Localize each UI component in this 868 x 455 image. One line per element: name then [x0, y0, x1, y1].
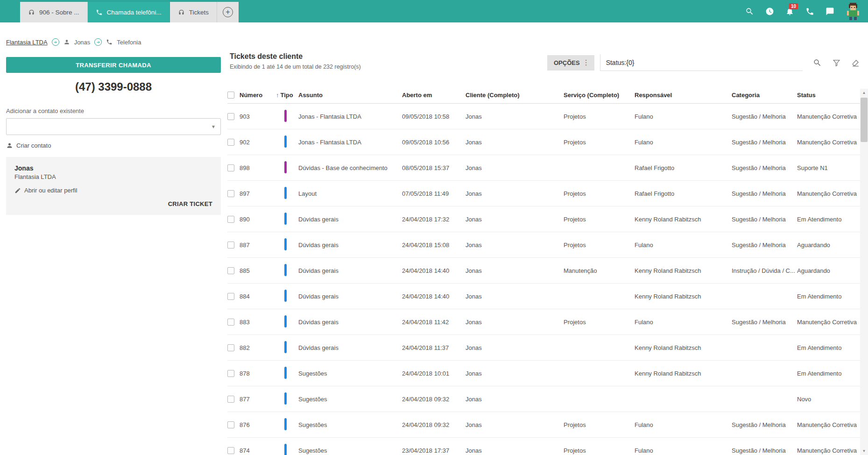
edit-profile-link[interactable]: Abrir ou editar perfil	[14, 187, 212, 194]
pencil-icon	[14, 187, 21, 194]
table-row[interactable]: 898 Dúvidas - Base de conhecimento 08/05…	[227, 155, 860, 181]
new-tab-button[interactable]: +	[217, 2, 239, 22]
table-row[interactable]: 897 Layout 07/05/2018 11:49 Jonas Projet…	[227, 181, 860, 206]
row-checkbox[interactable]	[227, 421, 234, 428]
scrollbar-thumb[interactable]	[861, 98, 868, 142]
filter-input-value: Status:{0}	[606, 59, 635, 66]
ticket-subject: Sugestões	[298, 396, 402, 403]
ticket-number: 883	[240, 319, 276, 326]
topbar: 906 - Sobre ... Chamada telefôni... Tick…	[0, 0, 868, 22]
table-row[interactable]: 902 Jonas - Flantasia LTDA 09/05/2018 10…	[227, 129, 860, 155]
row-checkbox[interactable]	[227, 447, 234, 454]
person-icon	[64, 39, 70, 45]
ticket-number: 903	[240, 113, 276, 120]
topbar-actions: 10	[745, 0, 868, 22]
table-row[interactable]: 890 Dúvidas gerais 24/04/2018 17:32 Jona…	[227, 206, 860, 232]
ticket-status: Manutenção Corretiva	[797, 421, 860, 428]
header-tab[interactable]: Chamada telefôni...	[88, 2, 170, 22]
ticket-status: Em Atendimento	[797, 370, 860, 377]
history-icon[interactable]	[765, 7, 774, 16]
user-avatar[interactable]	[846, 2, 861, 20]
row-checkbox[interactable]	[227, 242, 234, 249]
row-checkbox[interactable]	[227, 370, 234, 377]
table-row[interactable]: 876 Sugestões 24/04/2018 09:32 Jonas Pro…	[227, 412, 860, 438]
column-header-servi-o-completo-[interactable]: Serviço (Completo)	[564, 92, 635, 99]
column-label: Assunto	[298, 92, 323, 99]
ticket-subject: Dúvidas gerais	[298, 293, 402, 300]
ticket-client: Jonas	[466, 164, 564, 171]
ticket-type-bar	[284, 367, 287, 379]
ticket-opened-at: 24/04/2018 11:37	[402, 344, 466, 351]
header-tab[interactable]: 906 - Sobre ...	[20, 2, 88, 22]
options-button[interactable]: OPÇÕES ⋮	[547, 55, 594, 71]
ticket-number: 885	[240, 267, 276, 274]
column-header-assunto[interactable]: Assunto	[298, 92, 402, 99]
contact-select[interactable]: ▾	[6, 118, 221, 135]
row-checkbox[interactable]	[227, 267, 234, 274]
create-ticket-button[interactable]: CRIAR TICKET	[14, 200, 212, 207]
table-row[interactable]: 903 Jonas - Flantasia LTDA 09/05/2018 10…	[227, 104, 860, 129]
row-checkbox[interactable]	[227, 293, 234, 300]
table-row[interactable]: 883 Dúvidas gerais 24/04/2018 11:42 Jona…	[227, 309, 860, 335]
select-all-checkbox[interactable]	[227, 92, 234, 99]
create-contact-link[interactable]: Criar contato	[6, 142, 221, 149]
ticket-status: Manutenção Corretiva	[797, 447, 860, 454]
column-header-categoria[interactable]: Categoria	[732, 92, 797, 99]
table-row[interactable]: 877 Sugestões 24/04/2018 09:32 Jonas Nov…	[227, 386, 860, 412]
ticket-status: Em Atendimento	[797, 216, 860, 223]
clear-filter-icon[interactable]	[851, 58, 860, 67]
row-checkbox[interactable]	[227, 319, 234, 326]
table-row[interactable]: 878 Sugestões 24/04/2018 10:01 Jonas Ken…	[227, 361, 860, 386]
sort-asc-icon: ↑	[276, 92, 279, 99]
phone-icon[interactable]	[805, 7, 814, 16]
row-checkbox[interactable]	[227, 139, 234, 146]
ticket-client: Jonas	[466, 293, 564, 300]
row-checkbox[interactable]	[227, 396, 234, 403]
header-tab[interactable]: Tickets	[170, 2, 217, 22]
row-checkbox[interactable]	[227, 216, 234, 223]
ticket-category: Sugestão / Melhoria	[732, 190, 797, 197]
column-header-cliente-completo-[interactable]: Cliente (Completo)	[466, 92, 564, 99]
ticket-category: Sugestão / Melhoria	[732, 113, 797, 120]
ticket-opened-at: 24/04/2018 11:42	[402, 319, 466, 326]
search-icon[interactable]	[813, 58, 822, 67]
row-checkbox[interactable]	[227, 344, 234, 351]
ticket-type-bar	[284, 161, 287, 173]
table-row[interactable]: 874 Sugestões 23/04/2018 17:37 Jonas Pro…	[227, 438, 860, 455]
chat-icon[interactable]	[826, 7, 834, 16]
filter-icon[interactable]	[832, 58, 841, 67]
breadcrumb-contact[interactable]: Jonas	[74, 39, 91, 46]
tab-label: 906 - Sobre ...	[39, 9, 79, 16]
table-row[interactable]: 887 Dúvidas gerais 24/04/2018 15:08 Jona…	[227, 232, 860, 258]
ticket-status: Aguardando	[797, 267, 860, 274]
ticket-client: Jonas	[466, 190, 564, 197]
scroll-up-icon[interactable]: ▲	[860, 89, 868, 97]
row-checkbox[interactable]	[227, 113, 234, 120]
column-header-tipo[interactable]: ↑Tipo	[276, 92, 298, 99]
notifications-icon[interactable]: 10	[785, 7, 794, 16]
search-icon[interactable]	[745, 7, 754, 16]
row-checkbox[interactable]	[227, 190, 234, 197]
ticket-type-bar	[284, 187, 287, 199]
ticket-subject: Layout	[298, 190, 402, 197]
ticket-opened-at: 24/04/2018 14:40	[402, 293, 466, 300]
column-header-respons-vel[interactable]: Responsável	[635, 92, 732, 99]
filter-input[interactable]: Status:{0}	[600, 54, 803, 71]
scroll-down-icon[interactable]: ▼	[860, 447, 868, 455]
ticket-client: Jonas	[466, 370, 564, 377]
column-header-aberto-em[interactable]: Aberto em	[402, 92, 466, 99]
column-header-n-mero[interactable]: Número	[240, 92, 276, 99]
ticket-status: Em Atendimento	[797, 344, 860, 351]
chevron-down-icon: ▾	[212, 123, 215, 130]
vertical-scrollbar[interactable]: ▲ ▼	[860, 89, 868, 455]
transfer-call-button[interactable]: TRANSFERIR CHAMADA	[6, 57, 221, 73]
table-row[interactable]: 885 Dúvidas gerais 24/04/2018 14:40 Jona…	[227, 258, 860, 284]
breadcrumb-company[interactable]: Flantasia LTDA	[6, 39, 48, 46]
ticket-opened-at: 09/05/2018 10:56	[402, 139, 466, 146]
ticket-subject: Dúvidas gerais	[298, 319, 402, 326]
row-checkbox[interactable]	[227, 164, 234, 171]
column-header-status[interactable]: Status	[797, 92, 860, 99]
table-row[interactable]: 882 Dúvidas gerais 24/04/2018 11:37 Jona…	[227, 335, 860, 361]
table-row[interactable]: 884 Dúvidas gerais 24/04/2018 14:40 Jona…	[227, 284, 860, 309]
ticket-number: 884	[240, 293, 276, 300]
